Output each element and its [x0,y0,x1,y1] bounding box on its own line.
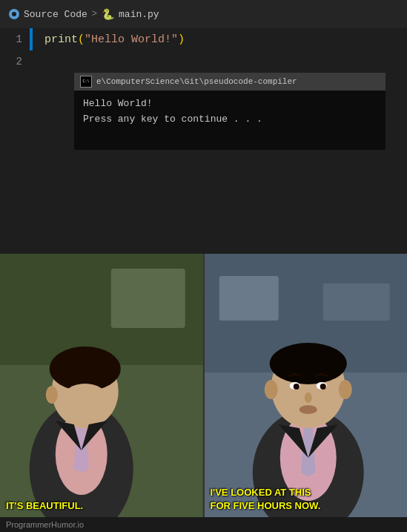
right-caption-line1: I'VE LOOKED AT THIS [211,487,311,498]
meme-panel-left: IT'S BEAUTIFUL. [0,254,203,517]
terminal-output-line-1: Hello World! [83,96,377,112]
meme-image-right [205,254,408,517]
editor-line-2: 2 [0,50,407,73]
code-string: "Hello World!" [85,33,178,46]
svg-point-23 [293,384,299,390]
svg-point-9 [46,386,58,404]
footer: ProgrammerHumor.io [0,517,407,532]
left-caption-text: IT'S BEAUTIFUL. [6,500,83,511]
svg-point-27 [264,380,277,399]
terminal-output-line-2: Press any key to continue . . . [83,112,377,128]
filename-label: main.py [119,9,159,20]
svg-point-26 [299,405,317,414]
meme-image-left [0,254,203,517]
line-number-2: 2 [0,56,30,68]
meme-section: IT'S BEAUTIFUL. [0,254,407,517]
source-code-label: Source Code [24,9,87,20]
terminal-icon [80,76,92,88]
line-number-1: 1 [0,33,30,45]
code-paren-open: ( [78,33,85,46]
footer-label: ProgrammerHumor.io [6,520,84,529]
terminal-title: e\ComputerScience\Git\pseudocode-compile… [96,77,297,86]
svg-point-28 [338,380,351,399]
breadcrumb-separator: > [92,9,97,19]
meme-caption-left: IT'S BEAUTIFUL. [0,499,203,513]
line-content-1[interactable]: print("Hello World!") [33,33,185,46]
code-paren-close: ) [178,33,185,46]
line-gutter-2 [30,50,33,73]
right-caption-line2: FOR FIVE HOURS NOW. [211,500,321,511]
svg-rect-15 [322,283,389,321]
python-icon: 🐍 [102,8,114,21]
svg-rect-2 [111,269,185,328]
person-left-svg [0,254,203,517]
meme-caption-right: I'VE LOOKED AT THIS FOR FIVE HOURS NOW. [205,486,408,513]
svg-point-24 [320,384,325,390]
terminal-titlebar: e\ComputerScience\Git\pseudocode-compile… [74,73,386,91]
person-right-svg [205,254,408,517]
terminal-window: e\ComputerScience\Git\pseudocode-compile… [74,73,386,150]
code-function: print [44,33,78,46]
meme-panel-right: I'VE LOOKED AT THIS FOR FIVE HOURS NOW. [205,254,408,517]
svg-point-20 [269,343,346,384]
editor-line-1: 1 print("Hello World!") [0,28,407,50]
top-bar: Source Code > 🐍 main.py [0,0,407,28]
terminal-body[interactable]: Hello World! Press any key to continue .… [74,91,386,150]
svg-point-8 [63,384,107,413]
editor-area: 1 print("Hello World!") 2 e\ComputerScie… [0,28,407,117]
svg-rect-14 [219,276,278,321]
active-indicator [9,9,19,19]
svg-point-25 [304,393,311,403]
breadcrumb: Source Code > 🐍 main.py [24,8,159,21]
